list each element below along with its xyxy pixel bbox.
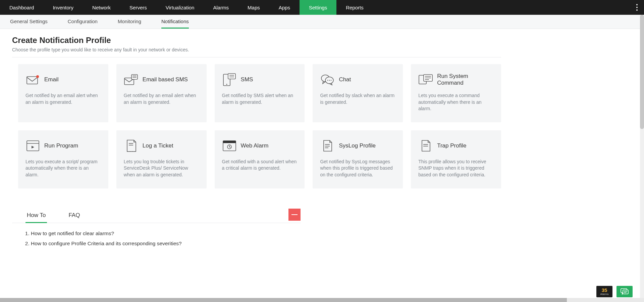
svg-point-0 [636,4,638,5]
card-title: Trap Profile [437,142,466,149]
help-tab-faq[interactable]: FAQ [67,209,81,223]
program-icon [25,138,40,153]
svg-point-4 [36,75,39,78]
nav-settings[interactable]: Settings [300,0,336,15]
subnav-monitoring[interactable]: Monitoring [118,15,141,29]
nav-apps[interactable]: Apps [269,0,300,15]
svg-point-1 [636,7,638,8]
profile-sms[interactable]: SMS Get notified by SMS alert when an al… [215,64,305,122]
svg-rect-6 [131,75,138,79]
subnav-notifications[interactable]: Notifications [161,15,189,29]
help-tabs: How To FAQ [12,209,301,223]
profile-syslog[interactable]: SysLog Profile Get notified by SysLog me… [313,130,403,188]
card-title: SMS [241,76,253,83]
subnav-configuration[interactable]: Configuration [68,15,98,29]
nav-virtualization[interactable]: Virtualization [156,0,204,15]
nav-inventory[interactable]: Inventory [43,0,83,15]
nav-dashboard[interactable]: Dashboard [0,0,43,15]
card-title: Log a Ticket [143,142,173,149]
top-nav: Dashboard Inventory Network Servers Virt… [0,0,644,15]
page-title: Create Notification Profile [12,36,501,45]
svg-rect-24 [27,141,39,151]
web-alarm-icon [222,138,237,153]
card-title: Email based SMS [143,76,188,83]
sms-icon [222,72,237,87]
howto-item[interactable]: How to get notified for clear alarms? [31,230,301,236]
email-sms-icon [124,72,139,87]
profile-run-program[interactable]: Run Program Lets you execute a script/ p… [18,130,108,188]
card-desc: Lets you execute a script/ program autom… [25,159,101,178]
sub-nav: General Settings Configuration Monitorin… [0,15,644,29]
card-desc: Get notified by an email alert when an a… [25,92,101,105]
vertical-scrollbar[interactable] [640,15,644,271]
profile-trap[interactable]: Trap Profile This profile allows you to … [411,130,501,188]
nav-alarms[interactable]: Alarms [204,0,238,15]
collapse-help-button[interactable] [288,209,301,221]
nav-reports[interactable]: Reports [336,0,373,15]
nav-servers[interactable]: Servers [120,0,156,15]
svg-point-10 [226,84,227,85]
trap-icon [418,138,433,153]
help-section: How To FAQ How to get notified for clear… [12,209,301,247]
profile-email-sms[interactable]: Email based SMS Get notified by an email… [116,64,207,122]
card-title: Web Alarm [241,142,269,149]
svg-point-18 [331,80,331,81]
email-icon [25,72,40,87]
card-title: Chat [339,76,351,83]
card-desc: Get notified by an email alert when an a… [124,92,199,105]
page-subtitle: Choose the profile type you would like t… [12,47,501,52]
subnav-general-settings[interactable]: General Settings [10,15,48,29]
card-title: Run Program [44,142,78,149]
chat-icon [320,72,335,87]
card-desc: This profile allows you to receive SNMP … [418,159,494,178]
svg-point-16 [327,80,328,81]
card-desc: Get notified by slack when an alarm is g… [320,92,395,105]
svg-marker-26 [32,146,34,148]
card-desc: Get notified with a sound alert when a c… [222,159,298,172]
nav-network[interactable]: Network [83,0,120,15]
nav-maps[interactable]: Maps [238,0,269,15]
help-list: How to get notified for clear alarms? Ho… [12,223,301,247]
profile-web-alarm[interactable]: Web Alarm Get notified with a sound aler… [215,130,305,188]
svg-point-17 [329,80,330,81]
card-desc: Lets you execute a command automatically… [418,92,494,112]
vertical-scrollbar-thumb[interactable] [640,15,644,129]
ticket-icon [124,138,139,153]
profile-chat[interactable]: Chat Get notified by slack when an alarm… [313,64,403,122]
help-tab-howto[interactable]: How To [25,209,47,223]
svg-rect-11 [228,74,235,79]
divider [12,57,501,57]
command-icon [418,72,433,87]
card-title: Email [44,76,59,83]
content-area: Create Notification Profile Choose the p… [0,29,513,271]
card-desc: Get notified by SysLog messages when thi… [320,159,395,178]
svg-rect-32 [223,141,236,143]
syslog-icon [320,138,335,153]
kebab-menu-icon[interactable] [636,0,638,15]
card-title: SysLog Profile [339,142,376,149]
card-title: Run System Command [437,73,494,86]
profile-grid: Email Get notified by an email alert whe… [18,64,501,188]
svg-point-2 [636,9,638,11]
card-desc: Get notified by SMS alert when an alarm … [222,92,298,105]
card-desc: Lets you log trouble tickets in ServiceD… [124,159,199,178]
svg-rect-3 [27,77,38,84]
profile-log-ticket[interactable]: Log a Ticket Lets you log trouble ticket… [116,130,207,188]
profile-email[interactable]: Email Get notified by an email alert whe… [18,64,108,122]
profile-run-command[interactable]: Run System Command Lets you execute a co… [411,64,501,122]
howto-item[interactable]: How to configure Profile Criteria and it… [31,241,301,247]
